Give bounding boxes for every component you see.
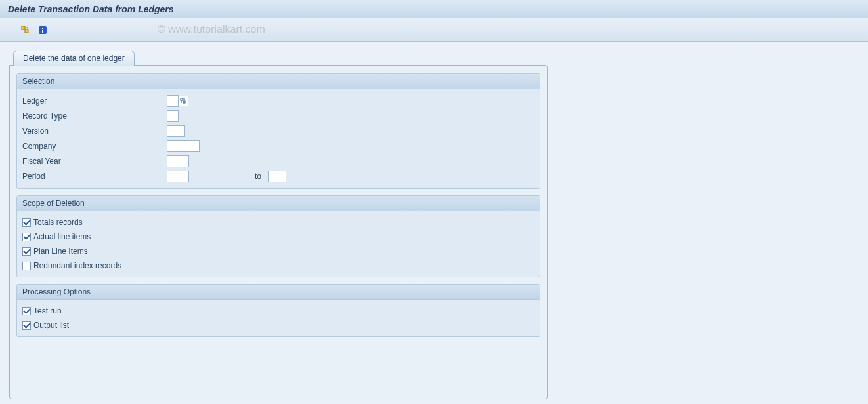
page-title: Delete Transaction Data from Ledgers [8, 4, 174, 14]
info-icon[interactable] [37, 24, 49, 36]
chk-plan-line-items[interactable] [22, 247, 31, 256]
label-record-type: Record Type [22, 111, 167, 121]
group-processing-title: Processing Options [17, 285, 540, 300]
chk-test-run[interactable] [22, 307, 31, 315]
label-version: Version [22, 127, 167, 136]
label-period: Period [22, 172, 167, 181]
chk-label-plan-line-items: Plan Line Items [33, 247, 88, 256]
input-fiscal-year[interactable] [167, 155, 189, 167]
chk-output-list[interactable] [22, 321, 31, 330]
chk-redundant-index-records[interactable] [22, 262, 31, 270]
svg-rect-0 [22, 26, 25, 30]
group-scope: Scope of Deletion Totals records Actual … [16, 195, 540, 277]
main-panel: Selection Ledger Record Type [9, 65, 548, 399]
tab-delete-ledger-data[interactable]: Delete the data of one ledger [13, 51, 135, 66]
svg-rect-4 [42, 30, 43, 33]
svg-rect-3 [42, 28, 43, 29]
toolbar: © www.tutorialkart.com [0, 18, 868, 42]
input-version[interactable] [167, 125, 185, 137]
content-area: Delete the data of one ledger Selection … [0, 42, 868, 404]
group-selection-title: Selection [17, 74, 540, 89]
svg-rect-6 [183, 101, 185, 103]
label-to: to [255, 172, 261, 181]
chk-label-redundant-index-records: Redundant index records [33, 261, 121, 270]
svg-rect-5 [181, 98, 183, 100]
chk-label-totals-records: Totals records [33, 218, 83, 227]
chk-label-output-list: Output list [33, 321, 69, 330]
group-selection: Selection Ledger Record Type [16, 73, 540, 189]
chk-totals-records[interactable] [22, 218, 31, 227]
chk-label-actual-line-items: Actual line items [33, 232, 91, 241]
input-period-from[interactable] [167, 171, 189, 182]
title-bar: Delete Transaction Data from Ledgers [0, 0, 868, 18]
tab-strip: Delete the data of one ledger [13, 50, 859, 65]
execute-icon[interactable] [20, 24, 32, 36]
input-company[interactable] [167, 140, 200, 152]
chk-label-test-run: Test run [33, 306, 62, 315]
input-ledger[interactable] [167, 95, 179, 107]
group-scope-title: Scope of Deletion [17, 196, 540, 211]
label-company: Company [22, 142, 167, 151]
group-processing: Processing Options Test run Output list [16, 284, 540, 337]
watermark: © www.tutorialkart.com [158, 24, 265, 35]
input-period-to[interactable] [268, 171, 286, 182]
label-ledger: Ledger [22, 96, 167, 106]
label-fiscal-year: Fiscal Year [22, 157, 167, 166]
chk-actual-line-items[interactable] [22, 233, 31, 241]
search-help-icon[interactable] [178, 96, 188, 106]
input-record-type[interactable] [167, 110, 179, 122]
